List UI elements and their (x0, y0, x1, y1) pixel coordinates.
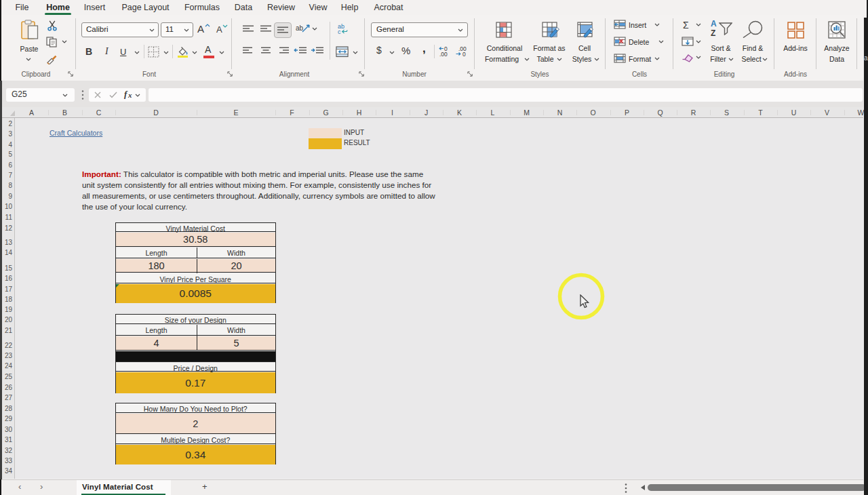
svg-text:.00: .00 (439, 51, 448, 57)
svg-text:0: 0 (462, 51, 466, 57)
svg-text:c: c (338, 28, 341, 35)
